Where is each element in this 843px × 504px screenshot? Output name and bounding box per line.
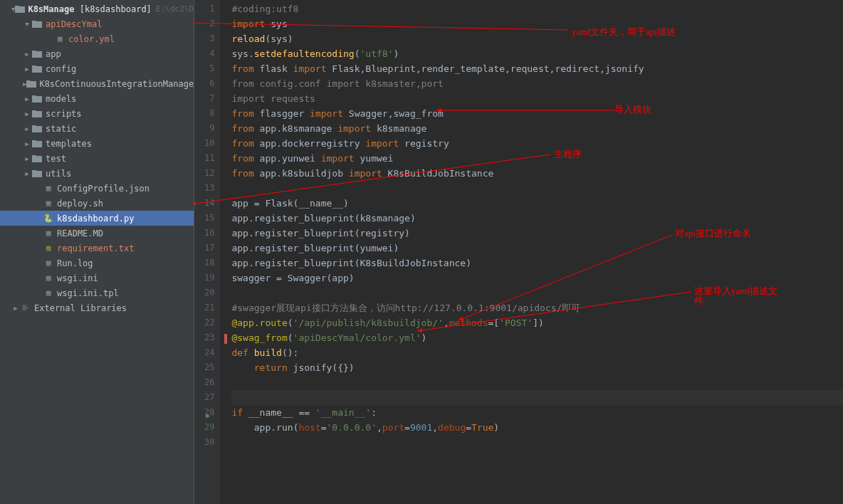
file-label: k8sdashboard.py <box>57 214 134 224</box>
chevron-right-icon: ▶ <box>23 95 31 103</box>
project-root-label: K8sManage [k8sdashboard] <box>28 4 151 14</box>
folder-label: models <box>46 94 76 104</box>
log-icon: ▦ <box>43 258 54 269</box>
folder-utils[interactable]: ▶ utils <box>0 166 194 181</box>
ini-icon: ▦ <box>43 273 54 284</box>
file-configprofile[interactable]: ▦ ConfigProfile.json <box>0 181 194 196</box>
folder-label: apiDescYmal <box>46 19 102 29</box>
chevron-right-icon: ▶ <box>23 125 31 132</box>
file-deploy[interactable]: ▦ deploy.sh <box>0 196 194 211</box>
chevron-right-icon: ▶ <box>11 305 20 312</box>
file-runlog[interactable]: ▦ Run.log <box>0 256 194 271</box>
external-libraries[interactable]: ▶ ⊪ External Libraries <box>0 300 194 315</box>
file-wsgiini[interactable]: ▦ wsgi.ini <box>0 271 194 285</box>
code-editor[interactable]: 1 2 3 4 5 6 7 8 9 10 11 12 13 14 15 16 1… <box>194 0 843 504</box>
md-icon: ▦ <box>43 228 54 239</box>
python-icon: 🐍 <box>43 213 54 224</box>
folder-scripts[interactable]: ▶ scripts <box>0 106 194 121</box>
folder-app[interactable]: ▶ app <box>0 46 194 61</box>
folder-icon <box>31 123 43 135</box>
folder-templates[interactable]: ▶ templates <box>0 136 194 151</box>
file-k8sdashboard[interactable]: 🐍 k8sdashboard.py <box>0 211 194 226</box>
file-label: color.yml <box>68 34 115 44</box>
folder-label: app <box>46 49 61 59</box>
folder-label: K8sContinuousIntegrationManage <box>39 79 194 89</box>
project-sidebar[interactable]: ▼ K8sManage [k8sdashboard] E:\dc2\De ▼ a… <box>0 0 194 504</box>
chevron-right-icon: ▶ <box>23 140 31 147</box>
yml-icon: ▦ <box>54 33 66 45</box>
folder-icon <box>31 48 43 60</box>
tpl-icon: ▦ <box>43 288 54 299</box>
external-lib-label: External Libraries <box>34 303 127 313</box>
folder-static[interactable]: ▶ static <box>0 121 194 136</box>
folder-icon <box>31 19 43 30</box>
file-requirement[interactable]: ▦ requirement.txt <box>0 241 194 256</box>
chevron-down-icon: ▼ <box>23 21 31 28</box>
code-content[interactable]: #coding:utf8 import sys reload(sys) sys.… <box>220 0 843 504</box>
file-wsgitpl[interactable]: ▦ wsgi.ini.tpl <box>0 285 194 300</box>
folder-k8sci[interactable]: ▶ K8sContinuousIntegrationManage <box>0 76 194 91</box>
folder-label: utils <box>46 169 71 179</box>
folder-icon <box>15 4 25 15</box>
file-label: wsgi.ini.tpl <box>57 288 119 298</box>
file-label: ConfigProfile.json <box>57 184 150 194</box>
folder-icon <box>31 168 43 179</box>
folder-icon <box>26 78 36 90</box>
chevron-right-icon: ▶ <box>23 51 31 58</box>
chevron-right-icon: ▶ <box>23 110 31 117</box>
folder-models[interactable]: ▶ models <box>0 91 194 106</box>
file-label: Run.log <box>57 258 93 268</box>
project-root[interactable]: ▼ K8sManage [k8sdashboard] E:\dc2\De <box>0 1 194 16</box>
folder-label: test <box>46 154 66 164</box>
folder-label: config <box>46 64 76 74</box>
file-label: deploy.sh <box>57 199 103 209</box>
chevron-right-icon: ▶ <box>23 65 31 73</box>
folder-icon <box>31 138 43 149</box>
chevron-right-icon: ▶ <box>23 170 31 177</box>
folder-icon <box>31 108 43 120</box>
file-label: README.MD <box>57 229 103 238</box>
folder-icon <box>31 153 43 164</box>
line-gutter: 1 2 3 4 5 6 7 8 9 10 11 12 13 14 15 16 1… <box>194 0 220 504</box>
file-readme[interactable]: ▦ README.MD <box>0 226 194 241</box>
folder-config[interactable]: ▶ config <box>0 61 194 76</box>
error-marker-icon <box>224 334 227 344</box>
project-path: E:\dc2\De <box>156 4 194 14</box>
folder-icon <box>31 63 43 75</box>
file-color-yml[interactable]: ▦ color.yml <box>0 31 194 46</box>
file-label: requirement.txt <box>57 243 134 253</box>
folder-test[interactable]: ▶ test <box>0 151 194 166</box>
folder-label: scripts <box>46 109 82 119</box>
folder-icon <box>31 93 43 105</box>
folder-label: static <box>46 124 76 134</box>
chevron-right-icon: ▶ <box>23 155 31 162</box>
file-label: wsgi.ini <box>57 273 98 283</box>
sh-icon: ▦ <box>43 198 54 209</box>
library-icon: ⊪ <box>20 303 31 314</box>
txt-icon: ▦ <box>43 243 54 254</box>
folder-label: templates <box>46 139 92 149</box>
folder-apiDescYmal[interactable]: ▼ apiDescYmal <box>0 16 194 31</box>
json-icon: ▦ <box>43 183 54 194</box>
